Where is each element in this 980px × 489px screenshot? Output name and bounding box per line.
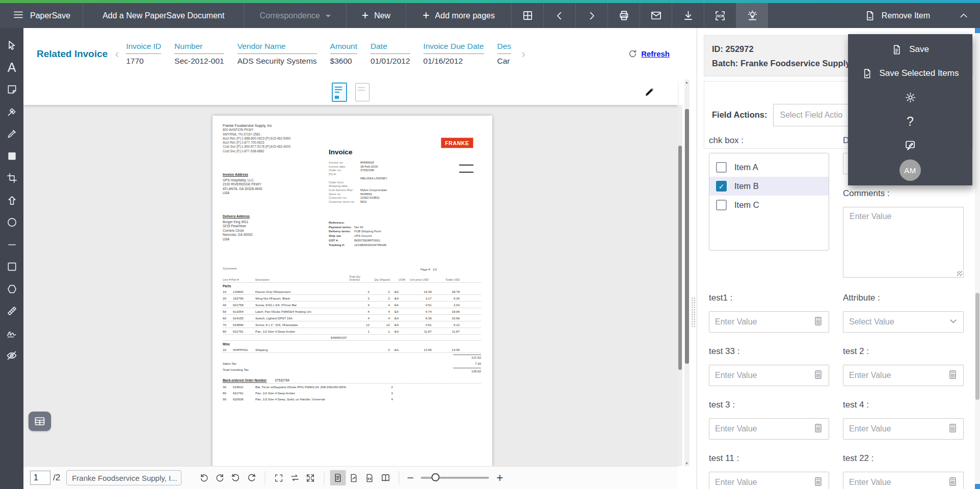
panel-field: test 3 : Enter Value <box>709 400 829 453</box>
panel-field-label: test 22 : <box>843 453 964 464</box>
panel-field-input[interactable]: Enter Value <box>843 472 964 489</box>
email-button[interactable] <box>640 3 672 28</box>
checkbox-item[interactable]: ✓ Item C <box>709 196 829 214</box>
smart-assist-button[interactable] <box>736 3 768 28</box>
add-document-button[interactable]: Add a New PaperSave Document <box>83 3 244 28</box>
viewer-toolbar <box>23 79 678 105</box>
checkbox-item[interactable]: ✓ Item B <box>709 177 829 196</box>
correspondence-dropdown[interactable]: Correspondence <box>244 3 346 28</box>
hide-annotations-tool-icon[interactable] <box>0 344 23 367</box>
redo-button[interactable] <box>244 470 259 485</box>
printer-icon <box>618 10 630 21</box>
document-name-input[interactable]: Franke Foodservice Supply, I... <box>66 470 181 485</box>
pointer-tool-icon[interactable] <box>0 34 23 57</box>
circle-tool-icon[interactable] <box>0 211 23 234</box>
panel-field-input[interactable]: Enter Value <box>709 418 829 440</box>
print-button[interactable] <box>608 3 640 28</box>
line-tool-icon[interactable] <box>0 234 23 256</box>
ruler-tool-icon[interactable] <box>0 300 23 322</box>
panel-field-input[interactable]: Enter Value <box>709 365 829 386</box>
single-page-view-button[interactable] <box>330 470 346 485</box>
page-source-view-button[interactable] <box>362 470 378 485</box>
calculator-icon[interactable] <box>948 476 958 489</box>
calculator-icon[interactable] <box>813 316 823 329</box>
download-button[interactable] <box>672 3 704 28</box>
panel-field-input[interactable]: Enter Value <box>843 365 964 386</box>
help-menu-item[interactable]: ? <box>907 112 914 131</box>
refresh-icon[interactable] <box>628 49 638 59</box>
new-button[interactable]: + New <box>347 3 406 28</box>
refresh-link[interactable]: Refresh <box>641 49 670 58</box>
crop-tool-icon[interactable] <box>0 167 23 189</box>
rotate-left-button[interactable] <box>196 470 212 485</box>
annotate-pencil-icon[interactable] <box>643 85 656 100</box>
field-value: 01/16/2012 <box>423 57 484 66</box>
document-viewer[interactable]: Franke Foodservice Supply, Inc800 AVIATI… <box>23 105 678 466</box>
text-tool-icon[interactable]: A <box>0 57 23 79</box>
toolbar-divider <box>324 471 325 485</box>
checkbox[interactable]: ✓ <box>716 162 727 173</box>
chevron-down-icon[interactable] <box>949 317 958 328</box>
two-page-view-button[interactable] <box>378 470 393 485</box>
ocr-button[interactable]: OCR <box>704 3 736 28</box>
chevron-right-icon[interactable]: › <box>521 47 525 61</box>
settings-menu-item[interactable] <box>905 88 916 107</box>
signature-tool-icon[interactable] <box>0 322 23 345</box>
ink-pen-tool-icon[interactable] <box>0 101 23 123</box>
panel-field-input[interactable]: Enter Value <box>709 311 829 333</box>
comments-textarea[interactable]: Enter Value <box>843 207 964 278</box>
zoom-slider-knob[interactable] <box>432 473 440 481</box>
splitter-grip[interactable] <box>691 297 696 327</box>
save-menu-item[interactable]: Save <box>891 40 929 59</box>
calculator-icon[interactable] <box>813 423 823 436</box>
chevron-left-icon[interactable]: ‹ <box>115 47 119 61</box>
arrow-up-tool-icon[interactable] <box>0 189 23 212</box>
remove-item-button[interactable]: Remove Item <box>852 3 947 28</box>
invoice-comment-label: Comment: <box>223 266 237 270</box>
checkbox[interactable]: ✓ <box>716 200 727 210</box>
panel-field-input[interactable]: Select Value <box>843 311 964 333</box>
zoom-slider[interactable] <box>421 477 489 479</box>
user-avatar[interactable]: AM <box>899 159 921 181</box>
panel-scrollbar[interactable] <box>975 28 980 489</box>
document-scrollbar[interactable] <box>678 105 682 466</box>
page-number-input[interactable]: 1 <box>30 471 50 485</box>
checkbox-item[interactable]: ✓ Item A <box>709 158 829 177</box>
square-tool-icon[interactable] <box>0 256 23 278</box>
sticky-note-tool-icon[interactable] <box>0 78 23 101</box>
filled-square-tool-icon[interactable] <box>0 145 23 168</box>
table-extraction-button[interactable] <box>29 412 51 431</box>
invoice-misc-section: Misc <box>223 341 481 346</box>
polygon-tool-icon[interactable] <box>0 278 23 301</box>
fit-page-button[interactable] <box>271 470 287 485</box>
rotate-right-button[interactable] <box>212 470 228 485</box>
fit-width-button[interactable] <box>287 470 303 485</box>
zoom-in-button[interactable]: + <box>494 471 505 485</box>
checkbox[interactable]: ✓ <box>716 181 727 192</box>
main-menu-button[interactable]: PaperSave <box>0 3 83 28</box>
resize-handle[interactable] <box>957 271 962 276</box>
page-flow-view-button[interactable] <box>346 470 362 485</box>
calculator-icon[interactable] <box>813 476 823 489</box>
calculator-icon[interactable] <box>948 423 958 436</box>
collapse-panel-button[interactable] <box>947 3 980 28</box>
panel-splitter-scrollbar[interactable] <box>684 79 690 466</box>
next-document-button[interactable] <box>576 3 607 28</box>
panel-field-input[interactable]: Enter Value <box>709 472 829 489</box>
page-thumbnail-1[interactable] <box>332 83 347 102</box>
highlighter-tool-icon[interactable] <box>0 123 23 145</box>
grid-view-button[interactable] <box>512 3 543 28</box>
zoom-out-button[interactable]: − <box>405 471 416 485</box>
panel-field-input[interactable]: Enter Value <box>843 418 964 440</box>
add-more-pages-button[interactable]: + Add more pages <box>406 3 511 28</box>
feedback-menu-item[interactable] <box>904 135 916 155</box>
download-icon <box>682 10 694 21</box>
calculator-icon[interactable] <box>813 369 823 382</box>
expand-button[interactable] <box>303 470 319 485</box>
top-toolbar: PaperSave Add a New PaperSave Document C… <box>0 3 980 28</box>
save-selected-items-menu-item[interactable]: Save Selected Items <box>862 64 959 83</box>
calculator-icon[interactable] <box>948 369 958 382</box>
page-thumbnail-2[interactable] <box>355 83 369 101</box>
previous-document-button[interactable] <box>544 3 575 28</box>
undo-button[interactable] <box>228 470 244 485</box>
